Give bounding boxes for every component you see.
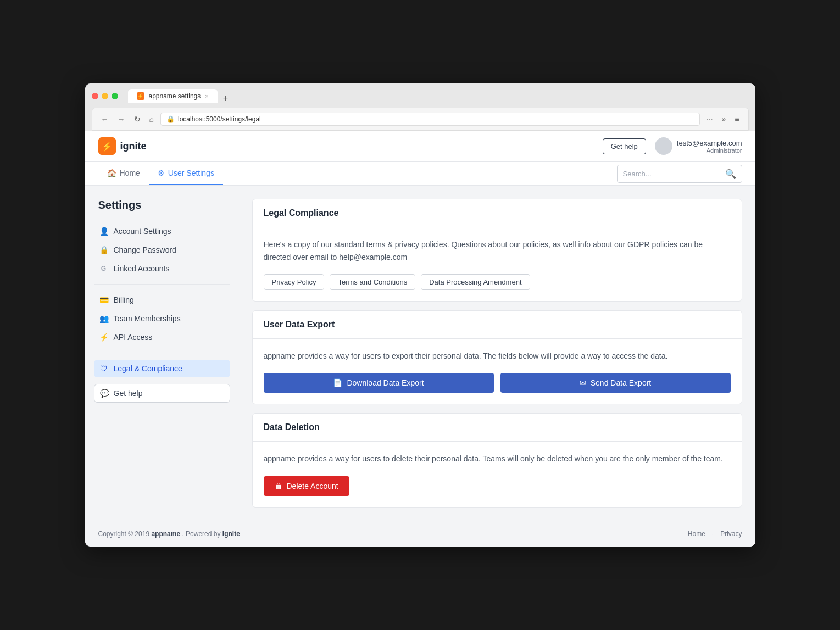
send-data-export-button[interactable]: ✉ Send Data Export	[500, 373, 731, 393]
sidebar-title: Settings	[94, 199, 230, 211]
legal-compliance-title: Legal Compliance	[264, 208, 731, 218]
powered-name: Ignite	[222, 530, 240, 538]
settings-icon: ⚙	[158, 169, 165, 177]
legal-compliance-card: Legal Compliance Here's a copy of our st…	[252, 199, 742, 302]
user-details: test5@example.com Administrator	[677, 139, 742, 154]
sidebar-item-team-memberships[interactable]: 👥 Team Memberships	[94, 310, 230, 327]
sidebar: Settings 👤 Account Settings 🔒 Change Pas…	[85, 186, 239, 521]
footer-separator: ·	[712, 530, 714, 538]
active-tab[interactable]: ⚡ appname settings ×	[128, 89, 218, 103]
footer-links: Home · Privacy	[688, 530, 742, 538]
url-display: localhost:5000/settings/legal	[178, 115, 694, 123]
data-deletion-body: appname provides a way for users to dele…	[253, 442, 742, 506]
refresh-button[interactable]: ↻	[132, 114, 143, 125]
terms-conditions-button[interactable]: Terms and Conditions	[330, 274, 415, 290]
back-button[interactable]: ←	[99, 114, 111, 125]
data-deletion-title: Data Deletion	[264, 422, 731, 432]
delete-account-button[interactable]: 🗑 Delete Account	[264, 476, 349, 496]
user-data-export-header: User Data Export	[253, 311, 742, 339]
delete-label: Delete Account	[287, 482, 338, 490]
tab-close-button[interactable]: ×	[205, 93, 208, 99]
team-icon: 👥	[99, 314, 108, 323]
tab-title: appname settings	[149, 92, 201, 100]
minimize-button[interactable]	[102, 93, 108, 99]
maximize-button[interactable]	[112, 93, 118, 99]
shield-icon: 🛡	[99, 364, 108, 373]
sidebar-billing-label: Billing	[114, 296, 134, 304]
app-content: ⚡ ignite Get help test5@example.com Admi…	[85, 131, 755, 547]
data-deletion-header: Data Deletion	[253, 414, 742, 442]
address-bar[interactable]: 🔒 localhost:5000/settings/legal	[160, 113, 700, 126]
sidebar-api-access-label: API Access	[114, 333, 153, 342]
sidebar-item-linked-accounts[interactable]: G Linked Accounts	[94, 260, 230, 277]
account-icon: 👤	[99, 227, 108, 236]
browser-tabs: ⚡ appname settings × +	[128, 89, 231, 103]
app-footer: Copyright © 2019 appname . Powered by Ig…	[85, 521, 755, 547]
sidebar-legal-compliance-label: Legal & Compliance	[114, 364, 182, 373]
help-icon: 💬	[100, 389, 109, 398]
user-role: Administrator	[677, 147, 742, 154]
browser-window: ⚡ appname settings × + ← → ↻ ⌂ 🔒 localho…	[85, 83, 755, 547]
download-icon: 📄	[333, 378, 342, 387]
send-label: Send Data Export	[591, 378, 652, 387]
data-processing-button[interactable]: Data Processing Amendment	[421, 274, 530, 290]
user-data-export-body: appname provides a way for users to expo…	[253, 339, 742, 404]
header-right: Get help test5@example.com Administrator	[603, 137, 742, 155]
download-data-export-button[interactable]: 📄 Download Data Export	[264, 373, 494, 393]
send-icon: ✉	[580, 378, 586, 387]
get-help-button[interactable]: Get help	[603, 138, 646, 154]
copyright-text: Copyright © 2019	[98, 530, 150, 538]
powered-by-text: . Powered by	[182, 530, 220, 538]
nav-home-label: Home	[120, 169, 140, 177]
tab-favicon: ⚡	[137, 92, 144, 100]
footer-home-link[interactable]: Home	[688, 530, 705, 538]
more-options-button[interactable]: ···	[704, 114, 715, 125]
nav-user-settings[interactable]: ⚙ User Settings	[149, 162, 223, 185]
policy-buttons: Privacy Policy Terms and Conditions Data…	[264, 274, 731, 290]
privacy-policy-button[interactable]: Privacy Policy	[264, 274, 325, 290]
forward-button[interactable]: →	[115, 114, 127, 125]
export-buttons-row: 📄 Download Data Export ✉ Send Data Expor…	[264, 373, 731, 393]
sidebar-item-change-password[interactable]: 🔒 Change Password	[94, 241, 230, 259]
sidebar-divider-2	[94, 353, 230, 353]
user-data-export-description: appname provides a way for users to expo…	[264, 350, 731, 362]
sidebar-item-legal-compliance[interactable]: 🛡 Legal & Compliance	[94, 360, 230, 377]
browser-chrome: ⚡ appname settings × + ← → ↻ ⌂ 🔒 localho…	[85, 83, 755, 131]
browser-titlebar: ⚡ appname settings × +	[92, 89, 749, 103]
legal-compliance-body: Here's a copy of our standard terms & pr…	[253, 227, 742, 301]
legal-compliance-description: Here's a copy of our standard terms & pr…	[264, 238, 731, 263]
home-button[interactable]: ⌂	[147, 114, 156, 125]
sidebar-item-api-access[interactable]: ⚡ API Access	[94, 328, 230, 346]
sidebar-item-account-settings[interactable]: 👤 Account Settings	[94, 222, 230, 240]
traffic-lights	[92, 93, 118, 99]
search-box[interactable]: 🔍	[617, 165, 742, 183]
data-deletion-description: appname provides a way for users to dele…	[264, 453, 731, 465]
footer-privacy-link[interactable]: Privacy	[720, 530, 742, 538]
data-deletion-card: Data Deletion appname provides a way for…	[252, 413, 742, 507]
legal-compliance-header: Legal Compliance	[253, 199, 742, 227]
sidebar-get-help[interactable]: 💬 Get help	[94, 384, 230, 403]
nav-home[interactable]: 🏠 Home	[98, 162, 149, 185]
footer-copyright: Copyright © 2019 appname . Powered by Ig…	[98, 530, 240, 538]
lock-icon: 🔒	[99, 246, 108, 254]
google-icon: G	[99, 265, 108, 272]
menu-button[interactable]: ≡	[732, 114, 741, 125]
sidebar-get-help-label: Get help	[114, 389, 143, 398]
new-tab-button[interactable]: +	[221, 93, 230, 103]
app-nav: 🏠 Home ⚙ User Settings 🔍	[85, 162, 755, 186]
home-icon: 🏠	[107, 169, 116, 177]
nav-links: 🏠 Home ⚙ User Settings	[98, 162, 223, 185]
delete-icon: 🗑	[275, 482, 282, 490]
close-button[interactable]	[92, 93, 98, 99]
sidebar-linked-accounts-label: Linked Accounts	[114, 264, 170, 273]
search-input[interactable]	[623, 170, 722, 178]
sidebar-item-billing[interactable]: 💳 Billing	[94, 291, 230, 309]
user-email: test5@example.com	[677, 139, 742, 147]
browser-toolbar: ← → ↻ ⌂ 🔒 localhost:5000/settings/legal …	[92, 108, 749, 131]
user-data-export-card: User Data Export appname provides a way …	[252, 310, 742, 404]
sidebar-account-settings-label: Account Settings	[114, 227, 171, 236]
extend-button[interactable]: »	[720, 114, 728, 125]
user-info: test5@example.com Administrator	[655, 137, 742, 155]
footer-app-name: appname	[151, 530, 180, 538]
app-name: ignite	[120, 141, 147, 152]
